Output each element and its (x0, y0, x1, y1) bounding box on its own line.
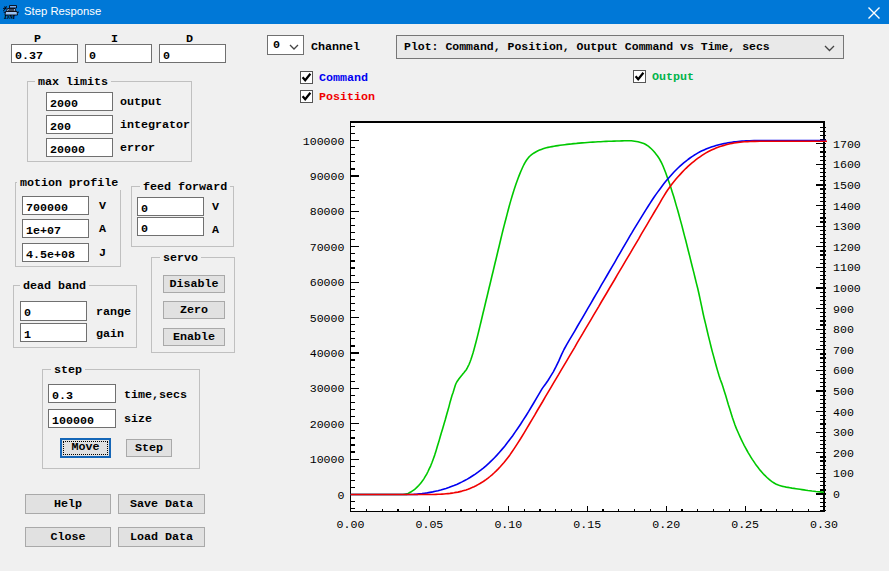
svg-text:1000: 1000 (833, 282, 861, 295)
svg-text:90000: 90000 (310, 170, 345, 183)
svg-text:200: 200 (833, 447, 854, 460)
svg-text:1400: 1400 (833, 200, 861, 213)
svg-text:100000: 100000 (303, 135, 345, 148)
svg-text:500: 500 (833, 385, 854, 398)
svg-text:1700: 1700 (833, 138, 861, 151)
svg-text:300: 300 (833, 426, 854, 439)
svg-text:1100: 1100 (833, 261, 861, 274)
svg-text:70000: 70000 (310, 241, 345, 254)
svg-text:0.10: 0.10 (494, 518, 522, 531)
svg-text:0.15: 0.15 (573, 518, 601, 531)
svg-text:600: 600 (833, 364, 854, 377)
svg-text:10000: 10000 (310, 453, 345, 466)
svg-text:1500: 1500 (833, 179, 861, 192)
svg-text:1300: 1300 (833, 220, 861, 233)
svg-text:0.25: 0.25 (731, 518, 759, 531)
svg-text:0.05: 0.05 (415, 518, 443, 531)
svg-text:40000: 40000 (310, 347, 345, 360)
svg-text:60000: 60000 (310, 276, 345, 289)
svg-text:0.20: 0.20 (652, 518, 680, 531)
svg-text:50000: 50000 (310, 312, 345, 325)
svg-text:700: 700 (833, 344, 854, 357)
svg-text:900: 900 (833, 303, 854, 316)
svg-text:100: 100 (833, 467, 854, 480)
svg-text:0: 0 (338, 489, 345, 502)
svg-text:0: 0 (833, 488, 840, 501)
svg-text:0.00: 0.00 (337, 518, 365, 531)
svg-text:80000: 80000 (310, 205, 345, 218)
svg-text:800: 800 (833, 323, 854, 336)
svg-text:30000: 30000 (310, 382, 345, 395)
svg-text:400: 400 (833, 406, 854, 419)
svg-text:0.30: 0.30 (810, 518, 838, 531)
svg-text:20000: 20000 (310, 418, 345, 431)
svg-text:1600: 1600 (833, 158, 861, 171)
svg-text:1200: 1200 (833, 241, 861, 254)
